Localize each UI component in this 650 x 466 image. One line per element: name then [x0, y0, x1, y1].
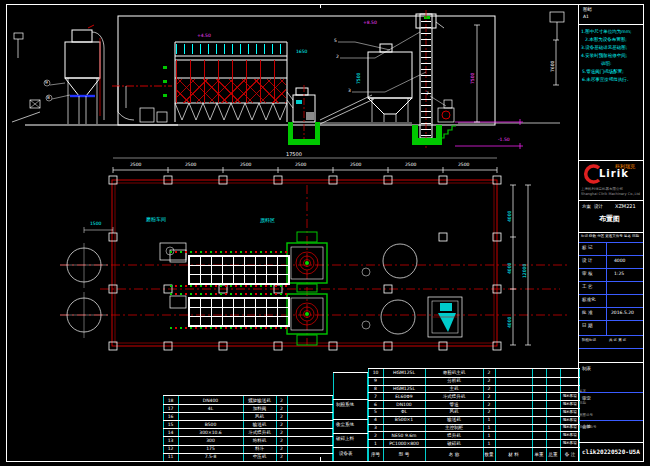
conveyor-dots-a1	[170, 251, 290, 253]
elev-dim-cyan: 7500	[357, 73, 362, 84]
leader-label: 9	[45, 81, 48, 86]
logo-en: Lirik	[599, 169, 629, 179]
plan-dim: 2500	[130, 163, 141, 168]
title-strip: 图幅 A1 1.图中尺寸单位均为mm; 2.本图为设备布置图; 3.设备基础详见…	[579, 4, 643, 460]
bom-group-label: 设备表	[339, 452, 353, 457]
side-label: 旧底图总号	[579, 426, 597, 430]
filter-bracing	[176, 79, 286, 103]
plan-dim: 2500	[458, 163, 469, 168]
sheet-format-label: 图幅	[583, 8, 592, 13]
drawing-number: clik20220520-U5A	[582, 449, 640, 455]
bom-row: 117.5-8空压机2	[163, 453, 333, 462]
sheet-format-value: A1	[583, 15, 589, 20]
model-number: XZM221	[615, 204, 636, 209]
elev-dim-right: 7600	[551, 61, 556, 72]
crusher-plan	[428, 297, 462, 337]
plan-dim-right: 4000	[508, 263, 513, 274]
conveyor-dots-a2	[170, 285, 290, 287]
leader-label: 7	[426, 92, 429, 97]
bom-group-label: 收尘系统	[336, 423, 354, 428]
room-label-a: 磨粉车间	[146, 217, 166, 222]
filter-top-ticks	[176, 44, 286, 54]
crusher-elev	[438, 100, 454, 122]
plan-dim-right: 4000	[508, 211, 513, 222]
silo-elev	[368, 44, 412, 122]
bom-table-left: 18DN400螺旋输送机2 174L加料阀2 16风机2 15B500输送机2 …	[163, 395, 333, 462]
side-label: 签字	[579, 390, 586, 394]
plan-dim-left: 1500	[90, 222, 101, 227]
plan-dim: 2500	[185, 163, 196, 168]
leader-label: 3	[348, 89, 351, 94]
elev-mark-pit: -1.50	[498, 138, 510, 143]
elev-mark-mid: +8.50	[363, 21, 377, 26]
stage-right: 设计	[594, 205, 603, 210]
bom-group-label: 破碎上料	[336, 437, 354, 442]
plan-dim: 2500	[240, 163, 251, 168]
outside-silos-plan	[60, 243, 108, 338]
dust-collector-elev	[50, 25, 104, 124]
logo-company: 上海科利瑞克机器有限公司	[581, 188, 623, 192]
conveyor-dots-b2	[170, 327, 290, 329]
mill-elev	[287, 85, 320, 145]
side-label: 日期	[579, 402, 586, 406]
leader-label: 5	[334, 39, 337, 44]
plan-dim: 2500	[405, 163, 416, 168]
leader-label: 8	[47, 96, 50, 101]
bom-group-label: 制粉系统	[336, 403, 354, 408]
cad-drawing-sheet: +4.50 +8.50 -1.50 1650 7500 7500 7600 5 …	[0, 0, 650, 466]
elevation-view	[12, 10, 564, 149]
bag-grid-b	[188, 297, 290, 327]
bom-header-row: 序号型 号名 称数量材 料单重总重备 注	[368, 447, 580, 462]
lower-label: 制表	[582, 367, 591, 372]
bom-group-column: 制粉系统 收尘系统 破碎上料 设备表	[333, 372, 368, 462]
bom-table-right: 10HGM125L磨粉机主机2 9分析机2 8HGM125L主机2 7EL60Φ…	[368, 368, 580, 462]
drawing-title: 布置图	[599, 216, 620, 223]
side-label: 底图总号	[579, 414, 593, 418]
title-row-header: 标记 处数 分区 更改文件号 签名 日期	[581, 235, 639, 239]
elevator-rungs	[421, 16, 431, 136]
plan-dim-right: 4000	[508, 317, 513, 328]
elev-dim-magenta: 7500	[471, 73, 476, 84]
elev-dim-small: 1650	[296, 50, 307, 55]
leader-label: 2	[336, 55, 339, 60]
foundation-pit	[412, 125, 456, 145]
bag-grid-a	[188, 255, 290, 285]
plan-view	[60, 158, 570, 350]
plan-dim: 2500	[350, 163, 361, 168]
conveyor-dots-b1	[170, 293, 290, 295]
plan-dim: 2500	[295, 163, 306, 168]
room-label-b: 原料区	[260, 218, 275, 223]
stage-left: 方案	[582, 205, 591, 210]
logo-web: Shanghai Clirik Machinery Co.,Ltd	[581, 193, 640, 197]
plan-total-right: 12000	[523, 264, 528, 278]
plan-total-top: 17500	[286, 152, 302, 157]
elev-mark-top: +4.50	[197, 34, 211, 39]
